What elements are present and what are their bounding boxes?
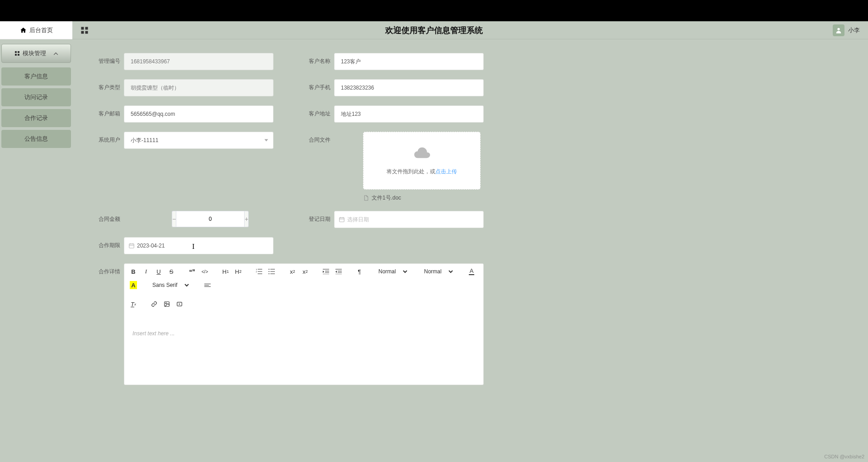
toolbar-text-color[interactable]: A [468,267,475,276]
input-register-date[interactable] [334,211,484,228]
sidebar-item-coop[interactable]: 合作记录 [1,109,71,127]
svg-rect-4 [81,27,84,29]
upload-hint: 将文件拖到此处，或点击上传 [387,168,457,176]
header-user[interactable]: 小李 [833,24,860,36]
home-icon [20,27,27,33]
label-customer-type: 客户类型 [90,79,120,91]
editor-body[interactable]: Insert text here ... [124,312,483,385]
svg-rect-1 [18,51,19,53]
svg-rect-3 [18,54,19,56]
upload-click-link[interactable]: 点击上传 [435,168,457,175]
input-customer-email[interactable] [124,105,274,123]
sidebar-home-label: 后台首页 [29,26,53,34]
toolbar-direction[interactable]: ¶ [356,267,363,276]
increment-button[interactable]: + [245,211,249,227]
label-register-date: 登记日期 [301,211,330,223]
toolbar-code[interactable]: </> [201,267,208,276]
svg-rect-0 [15,51,17,53]
sidebar-home[interactable]: 后台首页 [0,21,72,39]
grid-icon [14,51,20,56]
input-manage-id[interactable] [124,53,274,70]
menu-toggle-icon[interactable] [80,26,89,34]
toolbar-list-bullet[interactable] [268,267,275,276]
page-title: 欢迎使用客户信息管理系统 [385,25,483,36]
toolbar-link[interactable] [151,300,158,308]
toolbar-h2[interactable]: H2 [235,267,242,276]
menu-group-label: 模块管理 [23,49,46,57]
toolbar-clear-format[interactable]: Tx [130,300,137,308]
content-area: 管理编号 客户名称 客户类型 客户手机 客户邮箱 [72,39,868,462]
label-customer-email: 客户邮箱 [90,105,120,118]
input-customer-phone[interactable] [334,79,484,96]
toolbar-bg-color[interactable]: A [130,281,137,289]
label-contract-file: 合同文件 [301,132,330,144]
toolbar-indent-decrease[interactable] [322,267,330,276]
chevron-up-icon [53,52,58,55]
label-manage-id: 管理编号 [90,53,120,65]
sidebar-item-customer[interactable]: 客户信息 [1,67,71,86]
toolbar-video[interactable] [176,300,183,308]
top-black-bar [0,0,868,21]
toolbar-h1[interactable]: H1 [222,267,229,276]
toolbar-quote[interactable]: ❝❞ [189,267,196,276]
svg-point-14 [269,271,269,272]
file-icon [363,195,369,201]
header: 欢迎使用客户信息管理系统 小李 [72,21,868,39]
upload-box[interactable]: 将文件拖到此处，或点击上传 [363,132,481,190]
sidebar-item-visits[interactable]: 访问记录 [1,88,71,106]
toolbar-bold[interactable]: B [130,267,137,276]
editor-toolbar: B I U S ❝❞ </> H1 H2 [124,264,483,312]
toolbar-indent-increase[interactable] [335,267,342,276]
input-customer-address[interactable] [334,105,484,123]
label-coop-deadline: 合作期限 [90,237,120,249]
rich-text-editor: B I U S ❝❞ </> H1 H2 [124,263,484,385]
uploaded-file[interactable]: 文件1号.doc [363,194,484,202]
main: 欢迎使用客户信息管理系统 小李 管理编号 客户名称 [72,21,868,462]
toolbar-superscript[interactable]: x2 [302,267,309,276]
toolbar-subscript[interactable]: x2 [289,267,296,276]
input-customer-name[interactable] [334,53,484,70]
label-coop-detail: 合作详情 [90,263,120,276]
select-system-user[interactable] [124,132,274,149]
toolbar-list-ordered[interactable]: 12 [255,267,263,276]
upload-cloud-icon [413,146,431,162]
toolbar-underline[interactable]: U [155,267,162,276]
label-customer-phone: 客户手机 [301,79,330,91]
toolbar-image[interactable] [163,300,170,308]
menu-group-header[interactable]: 模块管理 [1,44,71,63]
label-system-user: 系统用户 [90,132,120,144]
label-customer-name: 客户名称 [301,53,330,65]
avatar [833,24,844,36]
user-icon [835,27,842,34]
svg-point-8 [837,28,840,30]
input-coop-deadline[interactable] [124,237,274,254]
user-name: 小李 [848,26,860,34]
label-contract-amount: 合同金额 [90,211,120,223]
label-customer-address: 客户地址 [301,105,330,118]
sidebar-item-notice[interactable]: 公告信息 [1,130,71,148]
toolbar-align[interactable] [204,281,211,289]
svg-rect-5 [85,27,88,29]
number-stepper: − + [172,211,230,227]
svg-text:2: 2 [256,271,257,273]
svg-rect-6 [81,31,84,33]
svg-point-13 [269,269,269,270]
toolbar-header-select[interactable]: Normal [422,268,454,275]
toolbar-size-select[interactable]: Normal [377,268,409,275]
toolbar-italic[interactable]: I [142,267,150,276]
svg-rect-2 [15,54,17,56]
input-customer-type[interactable] [124,79,274,96]
toolbar-strike[interactable]: S [168,267,175,276]
sidebar: 后台首页 模块管理 客户信息 访问记录 合作记录 公告信息 [0,21,72,462]
svg-rect-7 [85,31,88,33]
input-contract-amount[interactable] [176,211,245,227]
toolbar-font-select[interactable]: Sans Serif [151,281,190,289]
decrement-button[interactable]: − [172,211,176,227]
svg-point-17 [165,303,166,304]
svg-point-15 [269,273,269,274]
